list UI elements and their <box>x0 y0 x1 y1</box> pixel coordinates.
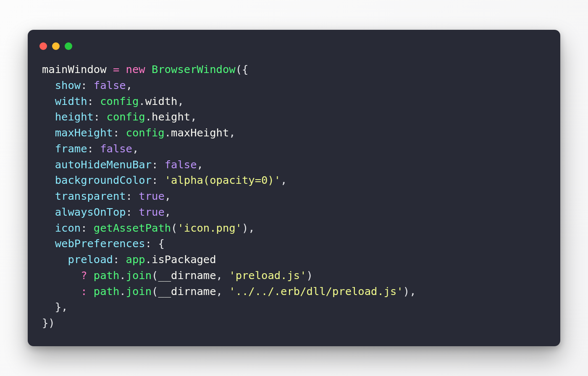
code-line: frame: false, <box>42 142 139 155</box>
code-line: mainWindow = new BrowserWindow({ <box>42 63 248 76</box>
code-line: show: false, <box>42 79 132 91</box>
code-line: alwaysOnTop: true, <box>42 206 171 218</box>
window-titlebar <box>28 40 560 54</box>
code-line: backgroundColor: 'alpha(opacity=0)', <box>42 174 287 186</box>
code-line: webPreferences: { <box>42 237 165 250</box>
code-line: width: config.width, <box>42 95 184 107</box>
code-line: }) <box>42 316 55 329</box>
code-line: ? path.join(__dirname, 'preload.js') <box>42 269 313 282</box>
canvas: mainWindow = new BrowserWindow({ show: f… <box>0 0 588 376</box>
code-line: icon: getAssetPath('icon.png'), <box>42 222 255 234</box>
code-line: }, <box>42 300 68 313</box>
code-line: transparent: true, <box>42 190 171 202</box>
code-line: autoHideMenuBar: false, <box>42 158 203 171</box>
code-window: mainWindow = new BrowserWindow({ show: f… <box>28 30 560 346</box>
code-block: mainWindow = new BrowserWindow({ show: f… <box>28 62 560 331</box>
minimize-icon[interactable] <box>52 42 60 50</box>
close-icon[interactable] <box>39 42 47 50</box>
code-line: height: config.height, <box>42 110 197 123</box>
code-line: : path.join(__dirname, '../../.erb/dll/p… <box>42 285 416 298</box>
code-line: preload: app.isPackaged <box>42 253 216 266</box>
code-line: maxHeight: config.maxHeight, <box>42 126 236 139</box>
zoom-icon[interactable] <box>65 42 72 50</box>
